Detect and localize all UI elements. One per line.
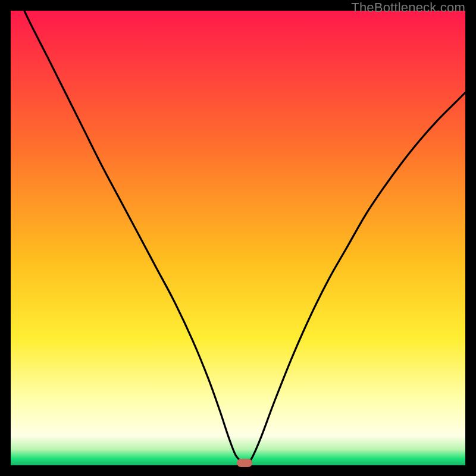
bottleneck-curve	[11, 11, 465, 465]
optimal-point-marker	[237, 459, 252, 467]
bottleneck-chart	[11, 11, 465, 465]
watermark-text: TheBottleneck.com	[351, 0, 465, 15]
